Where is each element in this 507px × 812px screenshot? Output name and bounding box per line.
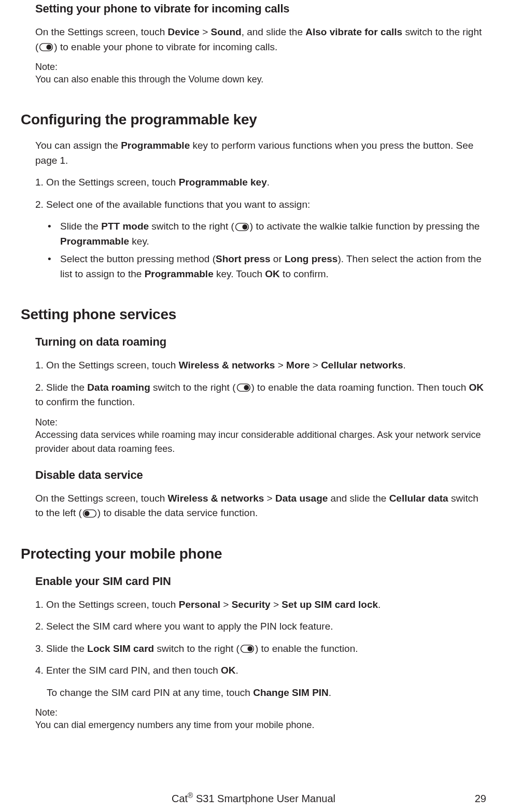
bold: Programmable — [145, 268, 214, 279]
para-prog-intro: You can assign the Programmable key to p… — [35, 138, 486, 168]
text: You can assign the — [35, 140, 121, 151]
bold: Set up SIM card lock — [281, 599, 378, 610]
text: > — [271, 599, 282, 610]
bold: Programmable — [60, 236, 129, 247]
bold: Wireless & networks — [179, 360, 275, 371]
text: key. — [129, 236, 149, 247]
text: > — [309, 360, 321, 371]
bold: Lock SIM card — [87, 643, 154, 654]
toggle-off-icon — [82, 509, 97, 518]
footer-title: Cat® S31 Smartphone User Manual — [0, 791, 507, 805]
heading-programmable-key: Configuring the programmable key — [21, 111, 486, 128]
text: > — [220, 599, 232, 610]
text: S31 Smartphone User Manual — [193, 793, 335, 804]
step-1: 1. On the Settings screen, touch Program… — [35, 175, 486, 190]
bullet-list: Slide the PTT mode switch to the right (… — [48, 219, 486, 281]
text: switch to the right ( — [149, 221, 234, 232]
text: . — [267, 177, 270, 188]
bold: Personal — [179, 599, 220, 610]
step-3: 3. Slide the Lock SIM card switch to the… — [35, 642, 486, 657]
text: You can also enable this through the — [35, 74, 189, 84]
heading-protecting-phone: Protecting your mobile phone — [21, 546, 486, 562]
text: ) to enable your phone to vibrate for in… — [54, 41, 277, 52]
bold: PTT mode — [101, 221, 149, 232]
text: > — [275, 360, 286, 371]
text: ) to enable the data roaming function. T… — [251, 382, 469, 393]
heading-phone-services: Setting phone services — [21, 306, 486, 323]
text: On the Settings screen, touch — [35, 26, 168, 37]
para-vibrate: On the Settings screen, touch Device > S… — [35, 25, 486, 54]
step-2: 2. Select one of the available functions… — [35, 197, 486, 212]
toggle-on-icon — [39, 43, 53, 51]
list-item: Select the button pressing method (Short… — [48, 252, 486, 281]
text: or — [271, 253, 285, 264]
bold: OK — [265, 268, 280, 279]
text: On the Settings screen, touch — [35, 493, 168, 504]
text: key. Touch — [214, 268, 265, 279]
registered-icon: ® — [188, 791, 193, 800]
bold: Wireless & networks — [168, 493, 264, 504]
text: ) to activate the walkie talkie function… — [250, 221, 480, 232]
note-body: You can dial emergency numbers any time … — [35, 718, 486, 732]
text: to confirm the function. — [35, 396, 135, 407]
bold: Cellular networks — [321, 360, 403, 371]
text: . — [378, 599, 381, 610]
text: 1. On the Settings screen, touch — [35, 177, 179, 188]
toggle-on-icon — [235, 223, 249, 231]
note-body: You can also enable this through the Vol… — [35, 73, 486, 87]
note-label: Note: — [35, 707, 486, 718]
list-item: Slide the PTT mode switch to the right (… — [48, 219, 486, 249]
step-2: 2. Select the SIM card where you want to… — [35, 619, 486, 634]
bold: Cellular data — [389, 493, 448, 504]
text: 1. On the Settings screen, touch — [35, 599, 179, 610]
note-label: Note: — [35, 417, 486, 428]
text: ) to enable the function. — [255, 643, 358, 654]
bold: Data roaming — [87, 382, 150, 393]
bold: Volume down — [189, 74, 245, 84]
bold: Also vibrate for calls — [305, 26, 402, 37]
text: key. — [245, 74, 264, 84]
text: Select the button pressing method ( — [60, 253, 216, 264]
toggle-on-icon — [240, 645, 255, 653]
subheading-data-roaming: Turning on data roaming — [35, 335, 486, 349]
text: . — [403, 360, 406, 371]
step-1: 1. On the Settings screen, touch Persona… — [35, 597, 486, 612]
bold: Short press — [216, 253, 271, 264]
step-2: 2. Slide the Data roaming switch to the … — [35, 380, 486, 410]
heading-vibrate: Setting your phone to vibrate for incomi… — [35, 2, 486, 16]
text: . — [329, 687, 331, 698]
bold: More — [286, 360, 309, 371]
bold: Long press — [285, 253, 337, 264]
text: to confirm. — [280, 268, 329, 279]
text: 4. Enter the SIM card PIN, and then touc… — [35, 665, 221, 676]
text: ) to disable the data service function. — [97, 507, 258, 518]
bold: Data usage — [275, 493, 328, 504]
text: , and slide the — [242, 26, 306, 37]
text: 2. Slide the — [35, 382, 87, 393]
text: switch to the right ( — [154, 643, 240, 654]
para-disable-data: On the Settings screen, touch Wireless &… — [35, 491, 486, 521]
subheading-disable-data: Disable data service — [35, 468, 486, 482]
bold: Programmable — [121, 140, 190, 151]
text: . — [236, 665, 238, 676]
text: > — [200, 26, 211, 37]
text: switch to the right ( — [150, 382, 236, 393]
step-1: 1. On the Settings screen, touch Wireles… — [35, 358, 486, 373]
text: > — [264, 493, 275, 504]
text: 3. Slide the — [35, 643, 87, 654]
toggle-on-icon — [236, 383, 251, 392]
bold: Change SIM PIN — [253, 687, 329, 698]
bold: Security — [232, 599, 271, 610]
bold: Sound — [211, 26, 242, 37]
page-number: 29 — [475, 793, 486, 805]
text: To change the SIM card PIN at any time, … — [47, 687, 253, 698]
bold: Programmable key — [179, 177, 267, 188]
text: 1. On the Settings screen, touch — [35, 360, 179, 371]
bold: OK — [469, 382, 484, 393]
step-4-sub: To change the SIM card PIN at any time, … — [47, 686, 486, 701]
step-4: 4. Enter the SIM card PIN, and then touc… — [35, 663, 486, 678]
bold: OK — [221, 665, 236, 676]
note-body: Accessing data services while roaming ma… — [35, 428, 486, 456]
bold: Device — [168, 26, 200, 37]
text: Slide the — [60, 221, 101, 232]
